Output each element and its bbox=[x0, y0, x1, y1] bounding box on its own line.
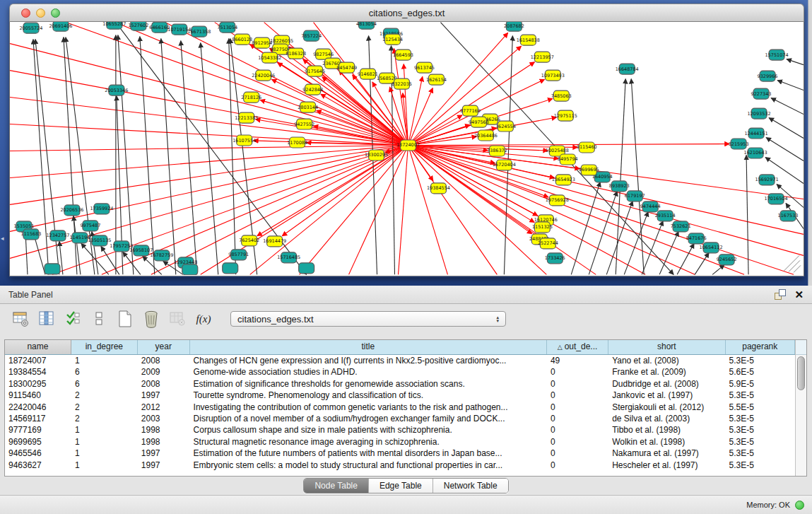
graph-node[interactable]: 2087682 bbox=[504, 22, 524, 31]
delete-table-icon[interactable] bbox=[142, 310, 160, 328]
graph-node[interactable]: 8938923 bbox=[609, 181, 630, 192]
graph-node[interactable]: 9497568 bbox=[469, 117, 489, 127]
unselect-all-icon[interactable] bbox=[90, 310, 108, 328]
graph-node[interactable]: 16648784 bbox=[616, 64, 639, 74]
graph-node[interactable]: 22420046 bbox=[252, 70, 275, 81]
scrollbar-thumb[interactable] bbox=[797, 356, 805, 390]
graph-node[interactable]: 7485063 bbox=[551, 90, 572, 101]
column-header-year[interactable]: year bbox=[138, 340, 190, 354]
tab-node-table[interactable]: Node Table bbox=[304, 479, 369, 493]
collapse-panel-arrow-icon[interactable]: ◂ bbox=[1, 235, 4, 242]
graph-node[interactable]: 8454749 bbox=[336, 62, 357, 73]
resize-grip-icon[interactable] bbox=[789, 260, 800, 271]
graph-node[interactable]: 9975487 bbox=[80, 221, 100, 231]
graph-node[interactable]: 9245652 bbox=[717, 255, 737, 265]
tab-network-table[interactable]: Network Table bbox=[433, 479, 508, 493]
graph-node[interactable]: 2522744 bbox=[538, 238, 558, 249]
graph-node[interactable]: 7513054 bbox=[217, 22, 237, 33]
graph-node[interactable]: 20206536 bbox=[60, 205, 83, 216]
graph-node[interactable]: 9175645 bbox=[305, 66, 325, 76]
graph-node[interactable]: 12342757 bbox=[46, 230, 69, 241]
graph-node[interactable]: 13654923 bbox=[552, 175, 575, 185]
graph-node[interactable]: 15751074 bbox=[765, 49, 789, 60]
close-window-icon[interactable] bbox=[21, 8, 30, 18]
graph-node[interactable]: 9613745 bbox=[414, 62, 435, 73]
graph-node[interactable]: 2803144 bbox=[298, 102, 318, 112]
network-canvas[interactable]: 2005572420691406106552871527602646616010… bbox=[9, 22, 804, 276]
graph-node[interactable]: 19756928 bbox=[546, 195, 569, 206]
table-row[interactable]: 1938455462009Genome-wide association stu… bbox=[5, 366, 795, 378]
graph-node[interactable]: 16154838 bbox=[517, 35, 540, 45]
graph-node[interactable]: 8322035 bbox=[392, 78, 412, 89]
table-row[interactable]: 911546021997Tourette syndrome. Phenomeno… bbox=[5, 390, 795, 401]
graph-node[interactable]: 8215953 bbox=[729, 139, 749, 149]
table-row[interactable]: 1872400712008Changes of HCN gene express… bbox=[5, 355, 795, 366]
graph-node[interactable]: 3624554 bbox=[495, 121, 516, 132]
graph-node[interactable]: 20053346 bbox=[105, 85, 128, 95]
table-row[interactable]: 1830029562008Estimation of significance … bbox=[5, 378, 795, 390]
column-header-out_de[interactable]: △out_de... bbox=[547, 340, 608, 354]
graph-node[interactable]: 1527602 bbox=[128, 22, 148, 30]
graph-node[interactable] bbox=[45, 264, 60, 274]
graph-node[interactable]: 12213957 bbox=[531, 52, 554, 62]
zoom-window-icon[interactable] bbox=[51, 8, 60, 18]
network-graph[interactable]: 2005572420691406106552871527602646616010… bbox=[10, 22, 804, 275]
graph-node[interactable]: 8495794 bbox=[558, 154, 578, 165]
graph-node[interactable]: 15692971 bbox=[755, 175, 779, 185]
graph-node[interactable]: 17359924 bbox=[90, 204, 113, 214]
graph-node[interactable]: 9777169 bbox=[460, 105, 481, 116]
graph-node[interactable]: 17016504 bbox=[765, 194, 788, 204]
graph-node[interactable]: 16210643 bbox=[744, 148, 767, 158]
graph-node[interactable]: 1115683 bbox=[21, 229, 42, 240]
graph-node[interactable]: 1125434 bbox=[382, 34, 403, 45]
table-row[interactable]: 946554611997Estimation of the future num… bbox=[5, 448, 795, 459]
graph-node[interactable]: 1733426 bbox=[545, 253, 565, 264]
graph-node[interactable]: 12093532 bbox=[748, 108, 771, 119]
graph-node[interactable] bbox=[223, 263, 238, 274]
graph-node[interactable]: 12444151 bbox=[745, 128, 768, 139]
table-selector-dropdown[interactable]: citations_edges.txt ▴▾ bbox=[230, 311, 506, 327]
graph-node[interactable]: 8660128 bbox=[232, 34, 252, 45]
select-all-icon[interactable] bbox=[64, 310, 82, 328]
graph-node[interactable]: 1145194 bbox=[69, 233, 90, 243]
column-header-name[interactable]: name bbox=[5, 340, 71, 354]
resize-grip-icon[interactable] bbox=[794, 265, 801, 272]
float-panel-icon[interactable] bbox=[775, 289, 786, 300]
network-window[interactable]: citations_edges.txt 20055724206914061065… bbox=[9, 4, 804, 277]
column-header-in_degree[interactable]: in_degree bbox=[71, 340, 138, 354]
show-columns-icon[interactable] bbox=[37, 310, 56, 328]
graph-node[interactable] bbox=[299, 263, 314, 274]
graph-node[interactable]: 1170084 bbox=[287, 137, 307, 148]
graph-node[interactable]: 2718126 bbox=[241, 92, 261, 103]
close-panel-icon[interactable]: ✕ bbox=[794, 289, 804, 300]
column-header-title[interactable]: title bbox=[190, 340, 547, 354]
graph-node[interactable]: 8186328 bbox=[286, 48, 306, 59]
new-table-icon[interactable] bbox=[116, 310, 134, 328]
graph-node[interactable]: 12975115 bbox=[554, 110, 577, 121]
column-header-short[interactable]: short bbox=[608, 340, 725, 354]
graph-node[interactable]: 9427552 bbox=[294, 119, 314, 129]
function-builder-button[interactable]: f(x) bbox=[194, 310, 213, 328]
table-row[interactable]: 1456911722003Disruption of a novel membe… bbox=[5, 413, 795, 424]
graph-node[interactable]: 1167533 bbox=[778, 211, 799, 221]
graph-node[interactable]: 6466160 bbox=[149, 22, 170, 33]
graph-node[interactable]: 10973493 bbox=[541, 70, 565, 81]
table-row[interactable]: 946362711997Embryonic stem cells: a mode… bbox=[5, 460, 795, 471]
graph-node[interactable]: 20691406 bbox=[49, 22, 72, 31]
graph-node[interactable]: 9146821 bbox=[358, 69, 378, 79]
memory-status-icon[interactable] bbox=[795, 501, 804, 510]
table-row[interactable]: 969969511998Structural magnetic resonanc… bbox=[5, 436, 795, 448]
graph-node[interactable]: 1664593 bbox=[393, 49, 413, 60]
graph-node[interactable]: 9474444 bbox=[640, 201, 661, 212]
tab-edge-table[interactable]: Edge Table bbox=[369, 479, 433, 493]
table-row[interactable]: 2242004622012Investigating the contribut… bbox=[5, 402, 795, 413]
graph-node[interactable]: 20055724 bbox=[19, 23, 42, 33]
graph-node[interactable]: 7386372 bbox=[487, 146, 507, 156]
graph-node[interactable]: 7857224 bbox=[301, 30, 322, 41]
graph-node[interactable]: 4813054 bbox=[356, 22, 377, 29]
graph-node[interactable]: 9115460 bbox=[577, 142, 597, 153]
graph-node[interactable]: 10655287 bbox=[102, 22, 126, 29]
table-row[interactable]: 977716911998Corpus callosum shape and si… bbox=[5, 424, 795, 436]
network-window-titlebar[interactable]: citations_edges.txt bbox=[9, 4, 804, 22]
graph-node[interactable]: 16914479 bbox=[263, 236, 286, 247]
